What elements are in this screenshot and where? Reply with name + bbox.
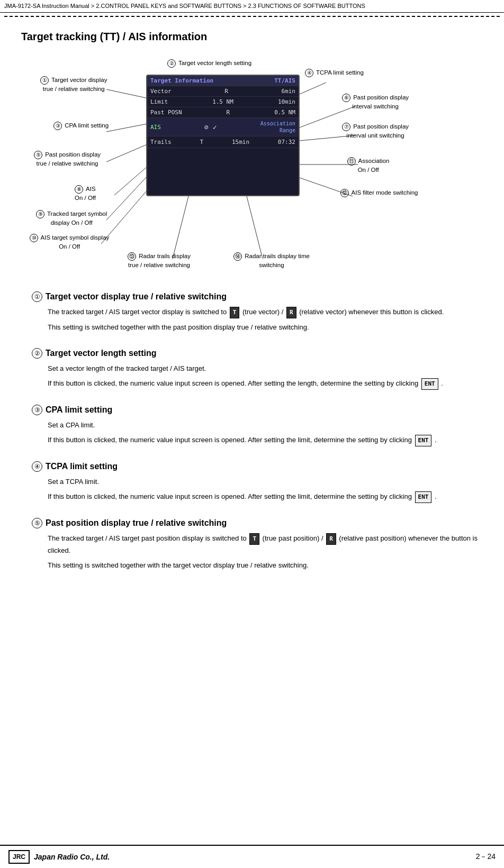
page-number: 2－24: [476, 852, 496, 862]
section-title: Target tracking (TT) / AIS information: [21, 31, 483, 43]
item-num-2: ②: [32, 348, 42, 359]
item-para-5-2: This setting is switched together with t…: [48, 560, 483, 571]
item-para-4-2: If this button is clicked, the numeric v…: [48, 491, 483, 503]
item-num-1: ①: [32, 291, 42, 302]
radar-row-past: Past POSN R 0.5 NM: [147, 107, 299, 118]
item-title-2: Target vector length setting: [46, 349, 157, 358]
radar-ais-label: AIS: [150, 124, 161, 131]
item-para-3-1: Set a CPA limit.: [48, 419, 483, 431]
item-title-3: CPA limit setting: [46, 405, 112, 415]
radar-past-label: Past POSN: [150, 109, 182, 116]
item-title-4: TCPA limit setting: [46, 462, 118, 471]
btn-t-5: T: [249, 533, 259, 545]
footer: JRC Japan Radio Co., Ltd. 2－24: [0, 845, 504, 868]
radar-row-title: Target Information TT/AIS: [147, 76, 299, 86]
breadcrumb: JMA-9172-SA Instruction Manual > 2.CONTR…: [0, 0, 504, 13]
annotation-10: ⑩ AIS target symbol displayOn / Off: [30, 233, 109, 251]
item-para-3-2: If this button is clicked, the numeric v…: [48, 434, 483, 446]
svg-line-13: [247, 196, 263, 259]
radar-association-label: AssociationRange: [260, 120, 295, 134]
radar-row-limit: Limit 1.5 NM 10min: [147, 97, 299, 107]
item-para-5-1: The tracked target / AIS target past pos…: [48, 533, 483, 556]
annotation-6: ⑥ Past position displayinterval switchin…: [342, 93, 409, 111]
annotation-14: ⑭ Radar trails display timeswitching: [233, 252, 310, 269]
annotation-3: ③ CPA limit setting: [53, 121, 109, 130]
annotation-2: ② Target vector length setting: [167, 59, 251, 68]
annotation-1: ① Target vector displaytrue / relative s…: [40, 76, 107, 93]
diagram-container: ① Target vector displaytrue / relative s…: [24, 53, 480, 276]
footer-logo: JRC Japan Radio Co., Ltd.: [8, 850, 110, 864]
item-heading-4: ④ TCPA limit setting: [32, 461, 483, 472]
radar-past-val: 0.5 NM: [274, 109, 295, 116]
radar-limit-time: 10min: [278, 98, 295, 105]
company-name: Japan Radio Co., Ltd.: [34, 853, 110, 861]
item-para-2-2: If this button is clicked, the numeric v…: [48, 378, 483, 390]
item-body-4: Set a TCPA limit. If this button is clic…: [32, 476, 483, 503]
annotation-7: ⑦ Past position displayinterval unit swi…: [342, 122, 409, 140]
radar-title-right: TT/AIS: [274, 77, 295, 84]
item-body-5: The tracked target / AIS target past pos…: [32, 533, 483, 571]
item-section-1: ① Target vector display true / relative …: [21, 291, 483, 333]
item-heading-3: ③ CPA limit setting: [32, 405, 483, 415]
annotation-12: ⑫ AIS filter mode switching: [340, 188, 418, 197]
annotation-13: ⑬ Radar trails displaytrue / relative sw…: [128, 252, 191, 269]
btn-r-5: R: [326, 533, 336, 545]
item-para-2-1: Set a vector length of the tracked targe…: [48, 363, 483, 374]
radar-trails-t: T: [200, 139, 204, 145]
btn-ent-2: ENT: [421, 378, 438, 390]
item-title-1: Target vector display true / relative sw…: [46, 292, 227, 301]
item-body-2: Set a vector length of the tracked targe…: [32, 363, 483, 390]
annotation-8: ⑧ AISOn / Off: [75, 185, 96, 202]
svg-line-12: [173, 196, 188, 259]
radar-trails-clock: 07:32: [278, 139, 295, 145]
item-title-5: Past position display true / relative sw…: [46, 518, 227, 528]
radar-limit-nm: 1.5 NM: [212, 98, 233, 105]
btn-ent-3: ENT: [415, 435, 432, 447]
radar-screen: Target Information TT/AIS Vector R 6min …: [146, 75, 300, 196]
item-section-3: ③ CPA limit setting Set a CPA limit. If …: [21, 405, 483, 446]
btn-ent-4: ENT: [415, 491, 432, 504]
item-body-1: The tracked target / AIS target vector d…: [32, 306, 483, 333]
radar-trails-label: Trails: [150, 139, 172, 145]
annotation-4: ④ TCPA limit setting: [305, 68, 364, 77]
radar-vector-val: 6min: [282, 88, 296, 95]
radar-vector-r: R: [224, 88, 228, 95]
radar-limit-label: Limit: [150, 98, 168, 105]
radar-title-left: Target Information: [150, 77, 213, 84]
radar-row-ais: AIS ⊘ ✓ AssociationRange: [147, 118, 299, 136]
radar-ais-icons: ⊘ ✓: [204, 123, 217, 131]
radar-past-r: R: [227, 109, 230, 116]
main-content: Target tracking (TT) / AIS information: [0, 20, 504, 607]
item-num-4: ④: [32, 461, 42, 472]
item-section-4: ④ TCPA limit setting Set a TCPA limit. I…: [21, 461, 483, 503]
divider: [4, 16, 500, 17]
annotation-9: ⑨ Tracked target symboldisplay On / Off: [36, 209, 107, 227]
radar-row-vector: Vector R 6min: [147, 86, 299, 97]
item-body-3: Set a CPA limit. If this button is click…: [32, 419, 483, 446]
annotation-11: ⑪ AssociationOn / Off: [347, 157, 389, 174]
btn-t-1: T: [230, 307, 240, 319]
btn-r-1: R: [286, 307, 296, 319]
jrc-label: JRC: [8, 850, 30, 864]
radar-vector-label: Vector: [150, 88, 172, 95]
item-section-5: ⑤ Past position display true / relative …: [21, 518, 483, 571]
item-num-5: ⑤: [32, 518, 42, 528]
item-section-2: ② Target vector length setting Set a vec…: [21, 348, 483, 390]
radar-row-trails: Trails T 15min 07:32: [147, 136, 299, 148]
item-heading-2: ② Target vector length setting: [32, 348, 483, 359]
item-para-4-1: Set a TCPA limit.: [48, 476, 483, 488]
radar-trails-time: 15min: [232, 139, 249, 145]
item-heading-1: ① Target vector display true / relative …: [32, 291, 483, 302]
annotation-5: ⑤ Past position displaytrue / relative s…: [34, 150, 101, 168]
item-para-1-2: This setting is switched together with t…: [48, 322, 483, 333]
item-num-3: ③: [32, 405, 42, 415]
item-heading-5: ⑤ Past position display true / relative …: [32, 518, 483, 528]
item-para-1-1: The tracked target / AIS target vector d…: [48, 306, 483, 318]
